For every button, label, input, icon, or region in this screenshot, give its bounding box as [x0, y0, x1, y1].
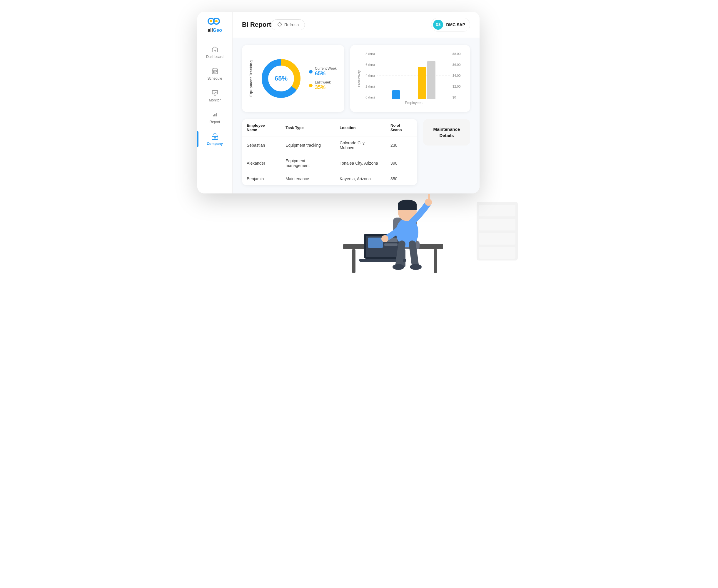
bar-group-1 [392, 90, 400, 99]
y-axis-4: 4 (hrs) [365, 74, 375, 77]
refresh-label: Refresh [284, 22, 299, 27]
svg-rect-50 [479, 233, 515, 245]
y-axis-2: 2 (hrs) [365, 85, 375, 88]
logo-geo: Geo [213, 28, 222, 33]
x-axis-label: Employees [377, 101, 450, 105]
company-icon [211, 132, 219, 141]
svg-rect-12 [214, 72, 215, 73]
cell-task-2: Maintenance [281, 172, 335, 186]
sidebar-item-monitor-label: Monitor [209, 98, 220, 102]
bar-yellow-2 [418, 67, 426, 99]
sidebar-nav: Dashboard [197, 42, 232, 149]
charts-row: Equipment Tracking 65% [242, 45, 470, 112]
home-icon [211, 45, 219, 54]
bar-group-2 [418, 61, 436, 99]
svg-rect-17 [216, 113, 217, 117]
svg-rect-19 [214, 134, 216, 135]
col-scans: No of Scans [386, 119, 417, 136]
svg-rect-10 [216, 71, 217, 72]
svg-point-3 [215, 20, 217, 22]
svg-point-1 [210, 20, 212, 22]
svg-rect-43 [428, 194, 430, 201]
sidebar-item-dashboard-label: Dashboard [206, 55, 224, 59]
sidebar-item-schedule[interactable]: Schedule [197, 63, 232, 84]
cell-employee-1: Alexander [242, 154, 281, 172]
user-badge: DS DMC SAP [431, 18, 470, 32]
svg-rect-28 [434, 249, 437, 273]
monitor-icon [211, 89, 219, 97]
y-axis-r-2: $2.00 [452, 85, 461, 88]
cell-scans-0: 230 [386, 136, 417, 154]
donut-chart-card: Equipment Tracking 65% [242, 45, 344, 112]
y-axis-r-0: $0 [452, 96, 456, 99]
maintenance-card[interactable]: Maintenance Details [423, 119, 470, 146]
svg-text:65%: 65% [275, 75, 288, 82]
y-axis-r-8: $8.00 [452, 52, 461, 56]
col-task-type: Task Type [281, 119, 335, 136]
person-illustration [334, 162, 458, 285]
logo-all: all [208, 28, 213, 33]
refresh-button[interactable]: Refresh [271, 19, 305, 30]
svg-rect-36 [384, 244, 398, 246]
svg-rect-15 [213, 115, 214, 117]
svg-point-46 [410, 264, 422, 270]
y-axis-r-6: $6.00 [452, 63, 461, 66]
cell-location-0: Colorado City, Mohave [335, 136, 386, 154]
page-title: BI Report [242, 21, 271, 28]
svg-point-44 [381, 235, 388, 242]
sidebar: allGeo Dashboard [197, 12, 233, 193]
cell-task-0: Equipment tracking [281, 136, 335, 154]
donut-chart: 65% [259, 57, 303, 101]
svg-rect-21 [214, 137, 215, 138]
bar-blue-1 [392, 90, 400, 99]
schedule-icon [211, 67, 219, 75]
bar-chart-card: Productivity 8 (hrs) 6 (hrs) 4 (hrs) 2 (… [350, 45, 470, 112]
y-axis-label: Productivity [357, 70, 361, 87]
svg-rect-27 [352, 249, 356, 273]
svg-rect-11 [213, 72, 214, 73]
y-axis-8: 8 (hrs) [365, 52, 375, 56]
last-week-label: Last week [315, 80, 331, 84]
col-employee-name: Employee Name [242, 119, 281, 136]
last-week-dot [309, 84, 313, 87]
refresh-icon [277, 22, 282, 28]
current-week-label: Current Week [315, 66, 337, 70]
report-icon [211, 110, 219, 119]
svg-rect-49 [479, 219, 515, 231]
bar-grey-2 [427, 61, 436, 99]
y-axis-6: 6 (hrs) [365, 63, 375, 66]
sidebar-item-schedule-label: Schedule [207, 77, 222, 81]
svg-rect-34 [368, 237, 383, 248]
legend-current-week: Current Week 65% [309, 66, 337, 77]
svg-rect-41 [398, 204, 417, 210]
y-axis-r-4: $4.00 [452, 74, 461, 77]
avatar: DS [433, 20, 443, 30]
donut-chart-title: Equipment Tracking [249, 60, 253, 97]
maintenance-label: Maintenance Details [429, 126, 464, 139]
legend-last-week: Last week 35% [309, 80, 337, 90]
bars-container: Employees [377, 52, 450, 105]
page-header: BI Report Refresh DS DMC SAP [233, 12, 480, 38]
col-location: Location [335, 119, 386, 136]
table-row: Sebastian Equipment tracking Colorado Ci… [242, 136, 417, 154]
svg-rect-48 [479, 205, 515, 216]
current-week-value: 65% [315, 70, 337, 77]
sidebar-item-report[interactable]: Report [197, 107, 232, 128]
donut-legend: Current Week 65% Last week 35% [309, 66, 337, 90]
sidebar-item-dashboard[interactable]: Dashboard [197, 42, 232, 62]
sidebar-item-company-label: Company [207, 142, 223, 146]
last-week-value: 35% [315, 84, 331, 90]
svg-rect-16 [214, 114, 215, 117]
cell-employee-2: Benjamin [242, 172, 281, 186]
sidebar-item-company[interactable]: Company [197, 129, 232, 149]
sidebar-item-report-label: Report [209, 120, 220, 124]
svg-rect-51 [479, 247, 515, 259]
sidebar-item-monitor[interactable]: Monitor [197, 85, 232, 106]
current-week-dot [309, 70, 313, 74]
user-name: DMC SAP [446, 22, 465, 27]
svg-rect-8 [213, 71, 214, 72]
svg-point-45 [393, 264, 404, 270]
app-logo: allGeo [208, 18, 222, 33]
cell-task-1: Equipment management [281, 154, 335, 172]
svg-rect-9 [214, 71, 215, 72]
